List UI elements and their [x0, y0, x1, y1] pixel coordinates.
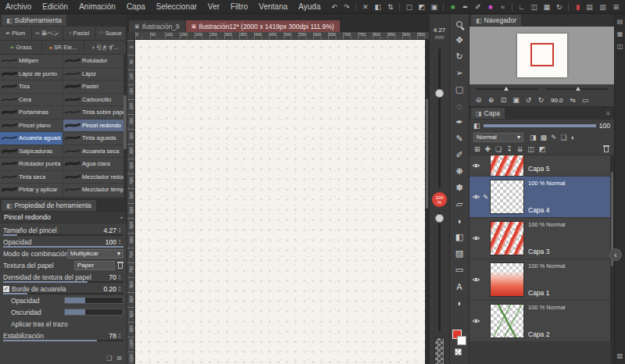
checkbox-borde-de-acuarela[interactable]: ✓	[3, 286, 9, 292]
navigator-rotation-slider[interactable]	[546, 88, 609, 90]
layer-panel-menu-icon[interactable]: ≡	[606, 110, 612, 117]
selection-tool-icon[interactable]: ▢	[452, 81, 468, 98]
layer-row-capa-3[interactable]: 100 % NormalCapa 3	[470, 218, 614, 259]
rotate-view-icon[interactable]: ↻	[554, 3, 564, 11]
subtool-item-rotulador[interactable]: Rotulador	[63, 55, 127, 68]
navigator-zoom-slider[interactable]	[476, 88, 538, 90]
layer-color-icon[interactable]: ◨	[530, 134, 537, 141]
new-layer-folder-icon[interactable]: ❏	[495, 145, 502, 153]
subtool-item-tinta-seca[interactable]: Tinta seca	[0, 171, 63, 184]
transparent-color-swatch[interactable]	[455, 348, 462, 355]
operation-tool-icon[interactable]: ➢	[452, 65, 468, 81]
layer-thumbnail[interactable]	[490, 180, 524, 214]
subtool-item-mezclador-redondo[interactable]: Mezclador redondo	[63, 171, 127, 184]
pencil-tool-icon[interactable]: ✎	[452, 130, 468, 147]
actual-pixels-icon[interactable]: ▣	[511, 96, 521, 104]
layer-row-capa-1[interactable]: 100 % NormalCapa 1	[470, 259, 614, 301]
subtool-item-tiza[interactable]: Tiza	[0, 80, 63, 94]
zoom-out-icon[interactable]: ⊖	[473, 96, 484, 104]
menu-capa[interactable]: Capa	[121, 2, 151, 11]
layer-thumbnail[interactable]	[490, 262, 524, 297]
new-raster-layer-icon[interactable]: ⊞	[474, 145, 480, 153]
magenta-palette-icon[interactable]: ■	[485, 3, 495, 11]
panel-layout-icon[interactable]: ▥	[598, 3, 608, 11]
gradient-tool-icon[interactable]: ▨	[452, 245, 468, 262]
redo-icon[interactable]: ↷	[341, 3, 352, 11]
brush-settings-icon[interactable]: ✐	[473, 3, 483, 11]
subtool-item-millipen[interactable]: Millipen	[0, 55, 63, 68]
subtool-set-tab-grass[interactable]: ❧Grass	[0, 41, 42, 55]
create-layer-mask-icon[interactable]: ◫	[527, 145, 534, 153]
register-settings-icon[interactable]: ❑	[106, 355, 112, 362]
quick-access-panel-icon[interactable]: ▤	[617, 18, 623, 25]
menu-archivo[interactable]: Archivo	[0, 2, 37, 11]
delete-layer-icon[interactable]	[603, 145, 609, 152]
tp-value-borde-de-acuarela[interactable]: 0.20	[103, 285, 116, 293]
brush-tool-icon[interactable]: ✐	[452, 147, 468, 163]
opacity-badge[interactable]: 100 %	[432, 192, 447, 207]
subtool-item-l-piz[interactable]: Lápiz	[63, 68, 127, 81]
tp-row-opacidad[interactable]: Opacidad	[3, 294, 123, 306]
layer-opacity-slider[interactable]	[484, 124, 596, 127]
menu-ver[interactable]: Ver	[202, 2, 225, 11]
subtool-item-pintar-y-aplicar[interactable]: Pintar y aplicar	[0, 184, 63, 197]
fill-tool-icon[interactable]: ◧	[452, 229, 468, 245]
layer-row-capa-5[interactable]: Capa 5	[470, 155, 614, 177]
tp-row-opacidad[interactable]: Opacidad100▴▾	[3, 236, 123, 248]
menu-ayuda[interactable]: Ayuda	[293, 2, 326, 11]
menu-filtro[interactable]: Filtro	[225, 2, 253, 11]
material-icon[interactable]: ▮	[573, 3, 583, 11]
pen-tool-icon[interactable]: ✒	[452, 114, 468, 130]
navigator-tab[interactable]: ◧ Navegador	[471, 15, 521, 26]
subtool-item-tinta-sobre-papel-h-medo[interactable]: Tinta sobre papel húmedo	[63, 106, 127, 120]
subtool-group-tab-plum[interactable]: ✒Plum	[0, 27, 32, 41]
menu-seleccionar[interactable]: Seleccionar	[151, 2, 202, 11]
subtool-item-pastel[interactable]: Pastel	[63, 80, 127, 94]
tp-row-oscuridad[interactable]: Oscuridad	[3, 306, 123, 318]
tp-slider-opacidad[interactable]	[64, 297, 123, 304]
subtool-item-carboncillo[interactable]: Carboncillo	[63, 94, 127, 107]
tp-row-modo-de-combinaci-n[interactable]: Modo de combinaciónMultiplicar▾	[3, 248, 123, 259]
layer-opacity-value[interactable]: 100	[599, 122, 610, 130]
canvas[interactable]	[135, 40, 429, 364]
spinner-densidad-de-textura-del-papel[interactable]: ▴▾	[119, 274, 123, 280]
add-panel-icon[interactable]: ⊞	[611, 3, 621, 11]
green-palette-icon[interactable]: ■	[448, 3, 458, 11]
layer-thumbnail[interactable]	[490, 221, 524, 255]
rotate-right-icon[interactable]: ↻	[536, 96, 546, 104]
fit-to-screen-icon[interactable]: ⊡	[498, 96, 509, 104]
brush-size-slider-thumb[interactable]	[435, 89, 444, 98]
tp-box-textura-del-papel[interactable]: Paper	[74, 261, 115, 270]
tp-row-textura-del-papel[interactable]: Textura del papelPaper	[3, 259, 123, 271]
transfer-to-lower-layer-icon[interactable]: ↧	[506, 145, 512, 153]
lasso-tool-icon[interactable]: ◌	[452, 98, 468, 114]
balloon-tool-icon[interactable]: ◗	[452, 294, 468, 311]
pen-pressure-icon[interactable]: ✒	[460, 3, 470, 11]
subtool-item-acuarela-seca[interactable]: Acuarela seca	[63, 145, 127, 159]
spinner-opacidad[interactable]: ▴▾	[119, 239, 123, 245]
add-setting-icon[interactable]: ⊞	[116, 355, 122, 362]
subtool-item-acuarela-aguada[interactable]: Acuarela aguada	[0, 132, 63, 145]
tool-property-tab[interactable]: ◧ Propiedad de herramienta	[2, 200, 96, 211]
snap-special-ruler-icon[interactable]: ◫	[529, 3, 539, 11]
subtool-registered-icon[interactable]: ▪	[120, 214, 123, 221]
subtool-item-portaminas[interactable]: Portaminas	[0, 106, 63, 120]
snap-ruler-icon[interactable]: ∟	[516, 3, 527, 11]
menu-animaci-n[interactable]: Animación	[73, 2, 121, 11]
draft-layer-icon[interactable]: ✎	[551, 134, 557, 141]
decoration-tool-icon[interactable]: ✽	[452, 180, 468, 196]
layer-row-capa-4[interactable]: ✎100 % NormalCapa 4	[470, 177, 614, 218]
delete-icon[interactable]: ✕	[360, 3, 370, 11]
subtool-group-tab-suave[interactable]: ◠Suave	[95, 27, 127, 41]
background-color-swatch[interactable]	[457, 336, 466, 345]
combine-with-lower-layer-icon[interactable]: ⇊	[517, 145, 523, 153]
eraser-tool-icon[interactable]: ▱	[452, 196, 468, 212]
tp-row-borde-de-acuarela[interactable]: ✓Borde de acuarela0.20▴▾	[3, 283, 123, 294]
tp-row-tama-o-del-pincel[interactable]: Tamaño del pincel4.27▴▾	[3, 224, 123, 236]
subtool-item-l-piz-de-punto[interactable]: Lápiz de punto	[0, 68, 63, 81]
layer-visibility-toggle[interactable]	[471, 262, 481, 298]
opacity-slider[interactable]	[438, 212, 441, 331]
reset-display-icon[interactable]: ▭	[580, 96, 591, 104]
subtool-item-tinta-aguada[interactable]: Tinta aguada	[63, 132, 127, 145]
subtool-item-cera[interactable]: Cera	[0, 94, 63, 107]
